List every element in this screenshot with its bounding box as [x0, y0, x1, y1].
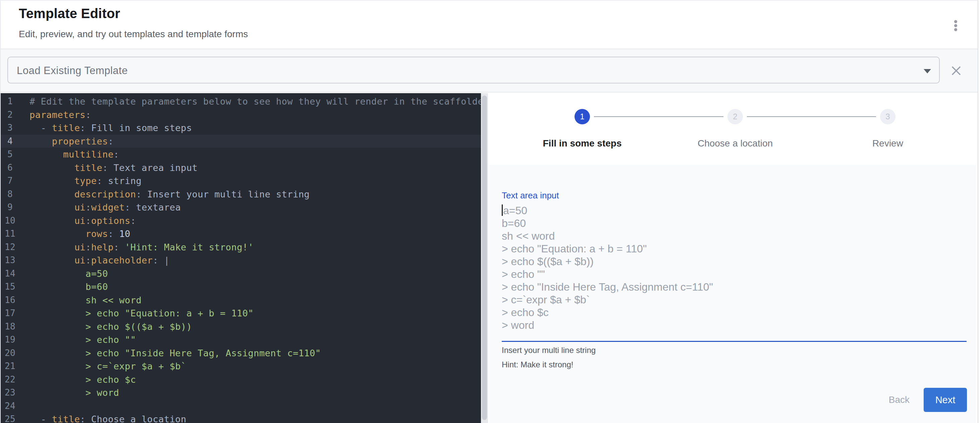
step-label: Review [811, 138, 964, 149]
line-number: 14 [1, 267, 19, 280]
page-header: Template Editor Edit, preview, and try o… [1, 1, 978, 49]
editor-line: 23 > word [1, 386, 481, 399]
step-1: 1Fill in some steps [506, 109, 659, 149]
textarea-line: > word [502, 319, 967, 331]
line-number: 8 [1, 188, 19, 201]
line-code: > echo $c [30, 373, 481, 387]
line-code: # Edit the template parameters below to … [30, 95, 481, 108]
line-number: 18 [1, 320, 19, 334]
scrollbar-thumb[interactable] [482, 95, 487, 420]
textarea-line: sh << word [502, 230, 967, 242]
page-subtitle: Edit, preview, and try out templates and… [19, 29, 248, 40]
line-code: > echo "" [30, 333, 481, 347]
editor-line: 14 a=50 [1, 267, 481, 280]
line-number: 3 [1, 121, 19, 135]
step-3: 3Review [811, 109, 964, 149]
textarea-line: > echo "" [502, 268, 967, 280]
editor-line: 21 > c=`expr $a + $b` [1, 360, 481, 373]
kebab-dot [954, 24, 957, 27]
load-existing-template-select[interactable]: Load Existing Template [7, 57, 940, 84]
editor-line: 1# Edit the template parameters below to… [1, 95, 481, 108]
main-split: 1# Edit the template parameters below to… [1, 93, 978, 423]
editor-line: 5 multiline: [1, 148, 481, 161]
editor-line: 4 properties: [1, 135, 481, 148]
stepper: 1Fill in some steps2Choose a location3Re… [488, 93, 978, 171]
template-editor-page: Template Editor Edit, preview, and try o… [0, 0, 978, 423]
line-number: 24 [1, 399, 19, 413]
step-icon: 2 [727, 109, 743, 124]
template-form: Text area input a=50b=60sh << word> echo… [489, 165, 976, 423]
field-label: Text area input [502, 190, 967, 201]
editor-line: 2parameters: [1, 108, 481, 122]
line-number: 7 [1, 174, 19, 188]
close-icon [950, 65, 962, 76]
textarea-line: b=60 [502, 217, 967, 230]
page-title: Template Editor [19, 6, 120, 21]
dropdown-caret-icon[interactable] [924, 69, 931, 73]
line-code: title: Text area input [30, 161, 481, 174]
line-code: multiline: [30, 148, 481, 161]
line-number: 17 [1, 307, 19, 320]
next-button[interactable]: Next [924, 388, 967, 412]
editor-line: 15 b=60 [1, 280, 481, 294]
form-actions: Back Next [881, 388, 967, 412]
line-code: - title: Fill in some steps [30, 121, 481, 135]
editor-line: 20 > echo "Inside Here Tag, Assignment c… [1, 347, 481, 360]
editor-line: 19 > echo "" [1, 333, 481, 347]
line-number: 12 [1, 241, 19, 254]
close-button[interactable] [949, 63, 964, 78]
textarea-line: > echo $(($a + $b)) [502, 255, 967, 268]
code-editor[interactable]: 1# Edit the template parameters below to… [1, 93, 481, 423]
editor-line: 17 > echo "Equation: a + b = 110" [1, 307, 481, 320]
line-code: ui:placeholder: | [30, 254, 481, 267]
line-number: 4 [1, 135, 19, 148]
step-label: Fill in some steps [506, 138, 659, 149]
line-number: 5 [1, 148, 19, 161]
line-number: 6 [1, 161, 19, 174]
line-code: properties: [30, 135, 481, 148]
editor-line: 6 title: Text area input [1, 161, 481, 174]
line-number: 22 [1, 373, 19, 387]
editor-line: 18 > echo $(($a + $b)) [1, 320, 481, 334]
line-code: ui:help: 'Hint: Make it strong!' [30, 241, 481, 254]
line-code: > echo "Equation: a + b = 110" [30, 307, 481, 320]
step-icon: 3 [880, 109, 896, 124]
step-label: Choose a location [659, 138, 811, 149]
textarea-input[interactable]: a=50b=60sh << word> echo "Equation: a + … [502, 204, 967, 331]
line-code: > echo $(($a + $b)) [30, 320, 481, 334]
step-icon: 1 [574, 109, 590, 124]
line-code: rows: 10 [30, 227, 481, 241]
text-cursor [502, 204, 503, 216]
line-number: 15 [1, 280, 19, 294]
line-code: sh << word [30, 294, 481, 307]
textarea-line: a=50 [502, 204, 967, 217]
editor-line: 7 type: string [1, 174, 481, 188]
step-2: 2Choose a location [659, 109, 811, 149]
editor-line: 9 ui:widget: textarea [1, 201, 481, 214]
line-number: 9 [1, 201, 19, 214]
back-button[interactable]: Back [881, 389, 917, 410]
editor-line: 25 - title: Choose a location [1, 413, 481, 423]
line-number: 11 [1, 227, 19, 241]
line-code: ui:widget: textarea [30, 201, 481, 214]
preview-panel: 1Fill in some steps2Choose a location3Re… [488, 93, 978, 423]
editor-line: 10 ui:options: [1, 214, 481, 228]
line-number: 20 [1, 347, 19, 360]
line-number: 2 [1, 108, 19, 122]
line-code: > echo "Inside Here Tag, Assignment c=11… [30, 347, 481, 360]
textarea-line: > echo $c [502, 306, 967, 319]
line-number: 10 [1, 214, 19, 228]
field-description: Insert your multi line string [502, 345, 967, 355]
select-placeholder: Load Existing Template [17, 65, 128, 77]
field-help: Hint: Make it strong! [502, 360, 967, 369]
editor-line: 8 description: Insert your multi line st… [1, 188, 481, 201]
editor-line: 22 > echo $c [1, 373, 481, 387]
editor-line: 12 ui:help: 'Hint: Make it strong!' [1, 241, 481, 254]
more-options-button[interactable] [949, 16, 962, 35]
line-number: 16 [1, 294, 19, 307]
line-code: a=50 [30, 267, 481, 280]
editor-scrollbar[interactable] [481, 93, 488, 423]
editor-line: 24 [1, 399, 481, 413]
line-number: 19 [1, 333, 19, 347]
line-number: 25 [1, 413, 19, 423]
